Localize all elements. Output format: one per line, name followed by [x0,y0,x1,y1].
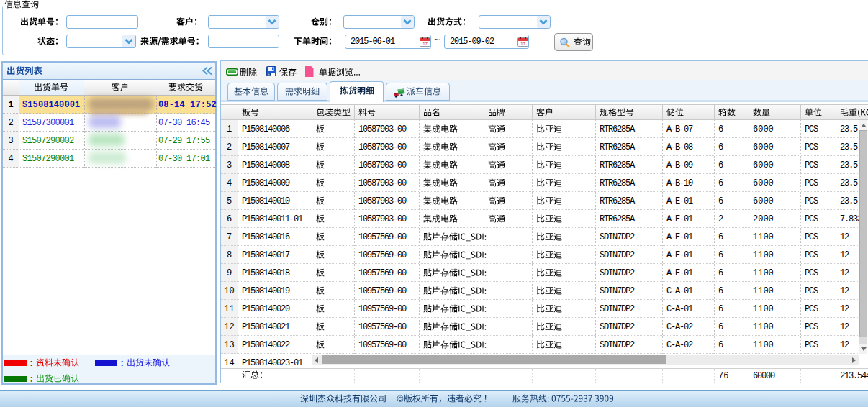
svg-text:17: 17 [422,42,428,46]
svg-text:17: 17 [520,42,525,46]
